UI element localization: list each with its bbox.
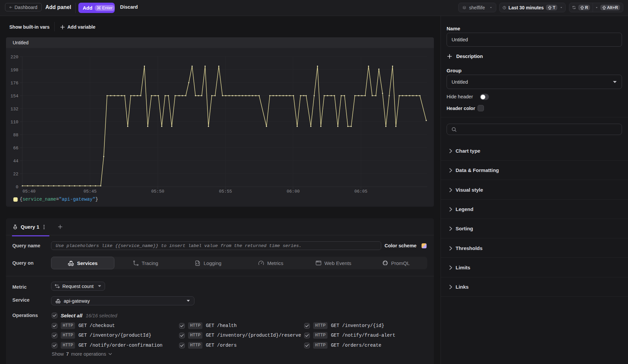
- svg-text:88: 88: [13, 133, 18, 138]
- svg-text:154: 154: [11, 94, 19, 99]
- svg-text:198: 198: [11, 68, 18, 73]
- svg-text:06:05: 06:05: [354, 189, 367, 194]
- svg-text:44: 44: [13, 159, 18, 164]
- svg-text:110: 110: [11, 120, 18, 125]
- svg-text:06:00: 06:00: [286, 189, 299, 194]
- svg-text:22: 22: [13, 172, 18, 177]
- svg-text:66: 66: [13, 146, 18, 151]
- svg-text:05:50: 05:50: [151, 189, 164, 194]
- svg-text:05:45: 05:45: [83, 189, 96, 194]
- svg-text:132: 132: [11, 107, 18, 112]
- svg-text:220: 220: [11, 55, 18, 60]
- svg-text:0: 0: [16, 185, 18, 190]
- svg-text:05:55: 05:55: [219, 189, 232, 194]
- svg-text:176: 176: [11, 81, 18, 86]
- svg-text:05:40: 05:40: [22, 189, 35, 194]
